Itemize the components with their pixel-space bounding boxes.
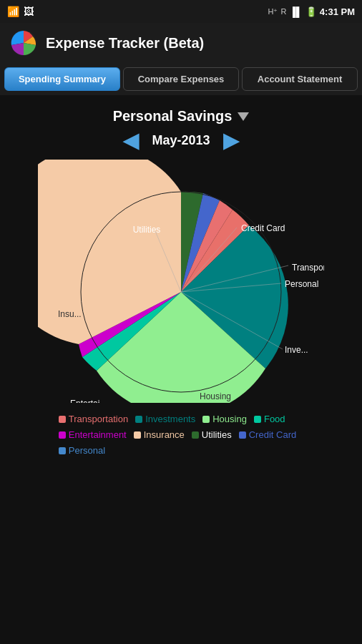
tab-compare-expenses[interactable]: Compare Expenses [123,67,239,91]
pie-label-investments: Inve... [285,345,308,355]
chart-title-text: Personal Savings [113,108,233,125]
date-navigation: ◀ May-2013 ▶ [123,129,238,152]
pie-label-personal: Personal [285,279,318,289]
legend-dot-transportation [59,416,66,423]
hplus-indicator: H⁺ [268,7,278,16]
app-logo [10,29,37,57]
legend-dot-investments [135,416,142,423]
pie-label-transportation: Transportation [292,263,324,273]
legend-label-food: Food [264,411,285,427]
signal-icon: ▐▌ [289,6,302,17]
legend-label-investments: Investments [145,411,195,427]
legend-item-transportation: Transportation [59,411,128,427]
main-content: Personal Savings ◀ May-2013 ▶ [0,95,362,466]
legend-label-housing: Housing [212,411,247,427]
prev-date-button[interactable]: ◀ [123,129,139,152]
chart-legend: Transportation Investments Housing Food [46,403,316,466]
legend-label-entertainment: Entertainment [69,427,127,443]
legend-row-1: Transportation Investments Housing Food [59,411,303,427]
legend-item-utilities: Utilities [192,427,232,443]
legend-label-transportation: Transportation [69,411,128,427]
pie-label-insurance: Insu... [58,309,82,319]
legend-label-utilities: Utilities [202,427,232,443]
legend-label-credit-card: Credit Card [249,427,296,443]
image-icon: 🖼 [24,6,34,17]
status-bar: 📶 🖼 H⁺ R ▐▌ 🔋 4:31 PM [0,0,362,23]
pie-label-utilities: Utilities [133,225,161,235]
r-indicator: R [280,7,286,16]
legend-row-3: Personal [59,443,303,459]
status-right-icons: H⁺ R ▐▌ 🔋 4:31 PM [268,6,355,17]
pie-label-creditcard: Credit Card [241,223,285,233]
legend-row-2: Entertainment Insurance Utilities Credit… [59,427,303,443]
legend-item-food: Food [254,411,285,427]
current-date: May-2013 [152,133,210,148]
app-title: Expense Tracker (Beta) [46,35,204,52]
time-display: 4:31 PM [320,6,355,17]
legend-dot-personal [59,447,66,454]
legend-dot-credit-card [239,431,246,439]
legend-label-insurance: Insurance [144,427,185,443]
legend-dot-insurance [134,431,141,439]
legend-dot-food [254,416,261,423]
legend-label-personal: Personal [69,443,105,459]
chart-title-row: Personal Savings [113,108,250,125]
next-date-button[interactable]: ▶ [223,129,239,152]
wifi-icon: 📶 [7,6,19,17]
pie-label-housing: Housing [200,391,231,401]
chart-section: Personal Savings ◀ May-2013 ▶ [0,102,362,466]
legend-item-insurance: Insurance [134,427,185,443]
legend-dot-entertainment [59,431,66,439]
tab-spending-summary[interactable]: Spending Summary [4,67,120,91]
status-left-icons: 📶 🖼 [7,6,34,17]
legend-dot-utilities [192,431,199,439]
legend-item-housing: Housing [202,411,247,427]
tab-bar: Spending Summary Compare Expenses Accoun… [0,63,362,95]
legend-dot-housing [202,416,210,423]
dropdown-icon[interactable] [238,112,249,121]
pie-label-entertainment: Entertai... [70,399,107,403]
battery-icon: 🔋 [305,6,317,17]
legend-item-entertainment: Entertainment [59,427,127,443]
legend-item-credit-card: Credit Card [239,427,296,443]
pie-chart: Utilities Credit Card Transportation Per… [38,160,324,403]
legend-item-personal: Personal [59,443,105,459]
legend-item-investments: Investments [135,411,195,427]
app-header: Expense Tracker (Beta) [0,23,362,63]
tab-account-statement[interactable]: Account Statement [242,67,358,91]
